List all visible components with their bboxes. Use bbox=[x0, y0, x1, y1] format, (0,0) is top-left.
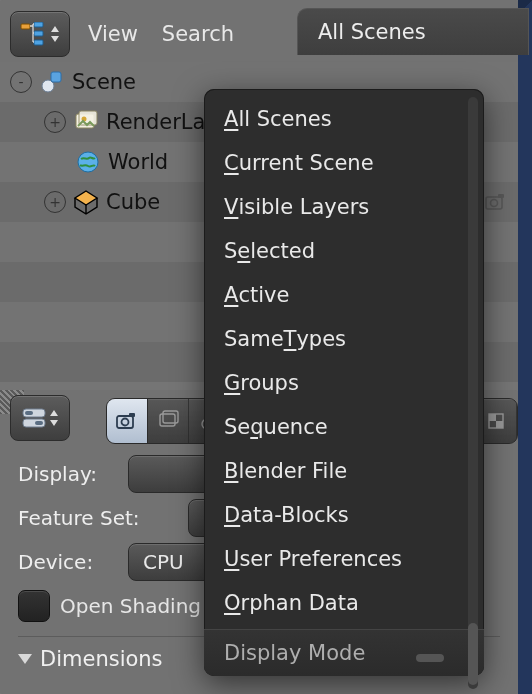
menu-item-user-preferences[interactable]: User Preferences bbox=[204, 537, 484, 581]
world-icon bbox=[74, 148, 102, 176]
properties-icon bbox=[21, 407, 47, 429]
tree-label: Scene bbox=[72, 70, 136, 94]
tab-renderlayers[interactable] bbox=[148, 399, 189, 443]
menu-item-orphan-data[interactable]: Orphan Data bbox=[204, 581, 484, 625]
svg-rect-14 bbox=[498, 194, 504, 198]
svg-rect-18 bbox=[35, 421, 43, 425]
updown-icon bbox=[49, 408, 59, 428]
tree-label: Cube bbox=[106, 190, 160, 214]
svg-rect-0 bbox=[21, 24, 30, 29]
display-mode-dropdown-button[interactable]: All Scenes bbox=[297, 8, 529, 55]
menu-item-selected[interactable]: Selected bbox=[204, 229, 484, 273]
panel-dimensions-label: Dimensions bbox=[40, 647, 163, 671]
outliner-icon bbox=[20, 22, 48, 46]
svg-point-9 bbox=[78, 152, 98, 172]
device-label: Device: bbox=[18, 550, 118, 574]
menu-footer-label: Display Mode bbox=[224, 641, 365, 665]
renderlayers-icon bbox=[72, 108, 100, 136]
editor-type-selector[interactable] bbox=[10, 395, 70, 441]
menu-search[interactable]: Search bbox=[156, 22, 240, 46]
menu-footer: Display Mode bbox=[204, 629, 484, 676]
tree-label: World bbox=[108, 150, 168, 174]
svg-rect-1 bbox=[34, 22, 43, 27]
svg-rect-23 bbox=[163, 411, 178, 423]
display-label: Display: bbox=[18, 462, 118, 486]
menu-item-all-scenes[interactable]: All Scenes bbox=[204, 97, 484, 141]
collapse-icon[interactable]: - bbox=[10, 71, 32, 93]
display-mode-menu: All ScenesCurrent SceneVisible LayersSel… bbox=[204, 89, 484, 676]
camera-icon bbox=[115, 410, 139, 432]
menu-view[interactable]: View bbox=[82, 22, 144, 46]
renderable-icon[interactable] bbox=[484, 191, 508, 213]
mesh-icon bbox=[72, 188, 100, 216]
svg-point-20 bbox=[122, 419, 129, 426]
expand-icon[interactable]: + bbox=[44, 111, 66, 133]
menu-item-groups[interactable]: Groups bbox=[204, 361, 484, 405]
menu-item-visible-layers[interactable]: Visible Layers bbox=[204, 185, 484, 229]
editor-type-selector[interactable] bbox=[10, 11, 70, 57]
menu-item-same-types[interactable]: Same Types bbox=[204, 317, 484, 361]
svg-rect-22 bbox=[160, 414, 175, 426]
svg-rect-21 bbox=[129, 413, 135, 417]
menu-item-sequence[interactable]: Sequence bbox=[204, 405, 484, 449]
expand-icon[interactable]: + bbox=[44, 191, 66, 213]
menu-item-active[interactable]: Active bbox=[204, 273, 484, 317]
renderlayers-icon bbox=[157, 410, 179, 432]
svg-rect-17 bbox=[25, 411, 33, 415]
menu-scrollbar[interactable] bbox=[468, 97, 478, 689]
menu-item-current-scene[interactable]: Current Scene bbox=[204, 141, 484, 185]
svg-rect-2 bbox=[34, 31, 43, 36]
window-edge bbox=[518, 0, 532, 694]
display-mode-label: All Scenes bbox=[318, 20, 426, 44]
svg-rect-32 bbox=[496, 421, 503, 428]
svg-point-13 bbox=[491, 200, 498, 207]
menu-item-blender-file[interactable]: Blender File bbox=[204, 449, 484, 493]
menu-grip[interactable] bbox=[416, 654, 444, 662]
updown-icon bbox=[50, 24, 60, 44]
scene-icon bbox=[38, 68, 66, 96]
scroll-thumb[interactable] bbox=[468, 623, 478, 685]
menu-item-data-blocks[interactable]: Data-Blocks bbox=[204, 493, 484, 537]
svg-rect-31 bbox=[489, 414, 496, 421]
svg-rect-3 bbox=[34, 40, 43, 45]
svg-rect-5 bbox=[51, 72, 61, 82]
chevron-down-icon bbox=[18, 654, 32, 664]
tab-render[interactable] bbox=[107, 399, 148, 443]
feature-set-label: Feature Set: bbox=[18, 506, 178, 530]
texture-icon bbox=[486, 411, 506, 431]
osl-checkbox[interactable] bbox=[18, 590, 50, 622]
